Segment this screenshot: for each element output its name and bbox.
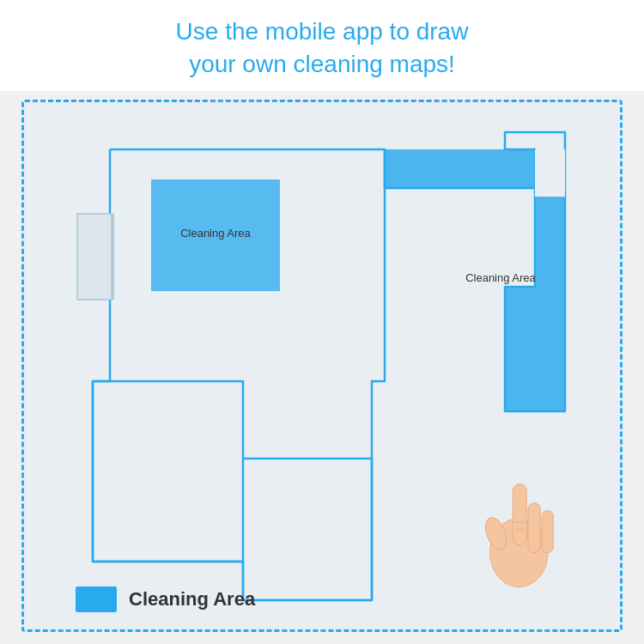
- legend-label: Cleaning Area: [129, 588, 255, 611]
- svg-rect-7: [542, 510, 553, 552]
- svg-rect-5: [513, 483, 526, 544]
- page-title: Use the mobile app to draw your own clea…: [34, 15, 610, 81]
- map-container: Cleaning Area Cleaning Area Cleaning Are…: [21, 100, 623, 632]
- svg-rect-3: [535, 149, 565, 197]
- svg-rect-6: [528, 502, 540, 552]
- legend-color-swatch: [76, 586, 117, 612]
- legend: Cleaning Area: [76, 586, 255, 612]
- header: Use the mobile app to draw your own clea…: [0, 0, 644, 91]
- svg-rect-0: [77, 214, 112, 300]
- hand-pointer-icon: [474, 453, 568, 591]
- svg-rect-1: [151, 179, 280, 291]
